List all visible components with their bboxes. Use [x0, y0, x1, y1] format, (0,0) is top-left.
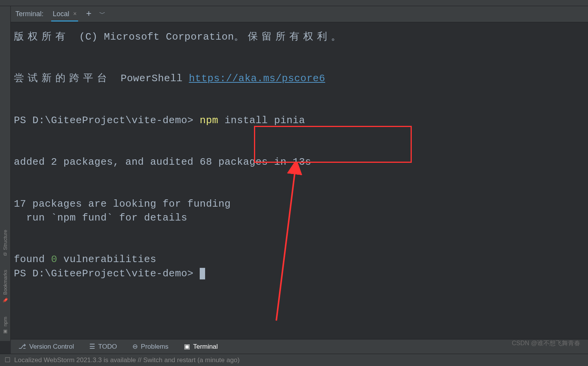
- terminal-body[interactable]: 版权所有 (C) Microsoft Corporation。保留所有权利。 尝…: [11, 22, 588, 288]
- tab-local-label: Local: [53, 10, 69, 18]
- bottom-vcs[interactable]: ⎇ Version Control: [18, 343, 74, 351]
- terminal-line: added 2 packages, and audited 68 package…: [14, 155, 585, 169]
- sidebar-structure-label: Structure: [2, 230, 8, 250]
- top-bar: [0, 0, 588, 6]
- bottom-problems[interactable]: ⊖ Problems: [132, 343, 169, 351]
- structure-icon: ⧉: [3, 251, 7, 257]
- branch-icon: ⎇: [18, 343, 26, 351]
- status-bar: ☐ Localized WebStorm 2021.3.3 is availab…: [0, 354, 588, 366]
- terminal-panel-label: Terminal:: [15, 10, 43, 18]
- terminal-line: 尝试新的跨平台 PowerShell https://aka.ms/pscore…: [14, 72, 585, 85]
- bookmark-icon: 🔖: [2, 297, 8, 302]
- watermark: CSDN @谁不想飞舞青春: [512, 339, 580, 348]
- close-icon[interactable]: ×: [73, 10, 77, 17]
- sidebar-bookmarks-label: Bookmarks: [2, 270, 8, 295]
- terminal-tabs-row: Terminal: Local × + ﹀: [11, 6, 588, 22]
- sidebar: ⧉ Structure 🔖 Bookmarks ▣ npm: [0, 6, 11, 341]
- status-checkbox-icon[interactable]: ☐: [5, 356, 10, 364]
- main-area: Terminal: Local × + ﹀ 版权所有 (C) Microsoft…: [11, 6, 588, 341]
- cursor: [200, 268, 205, 279]
- terminal-line: 版权所有 (C) Microsoft Corporation。保留所有权利。: [14, 30, 585, 44]
- pscore6-link[interactable]: https://aka.ms/pscore6: [189, 73, 325, 84]
- bottom-terminal[interactable]: ▣ Terminal: [184, 343, 218, 351]
- sidebar-item-npm[interactable]: ▣ npm: [2, 314, 9, 337]
- terminal-line: found 0 vulnerabilities: [14, 252, 585, 266]
- add-tab-icon[interactable]: +: [86, 9, 91, 19]
- sidebar-item-bookmarks[interactable]: 🔖 Bookmarks: [2, 267, 9, 306]
- todo-icon: ☰: [89, 343, 95, 351]
- sidebar-npm-label: npm: [2, 317, 8, 326]
- chevron-down-icon[interactable]: ﹀: [99, 10, 105, 18]
- npm-icon: ▣: [3, 329, 8, 334]
- status-text[interactable]: Localized WebStorm 2021.3.3 is available…: [14, 356, 240, 364]
- terminal-line: 17 packages are looking for funding: [14, 197, 585, 211]
- terminal-line: run `npm fund` for details: [14, 211, 585, 225]
- terminal-icon: ▣: [184, 343, 190, 351]
- bottom-panel: ⎇ Version Control ☰ TODO ⊖ Problems ▣ Te…: [11, 339, 588, 354]
- terminal-line: PS D:\GiteeProject\vite-demo>: [14, 267, 585, 281]
- tab-local[interactable]: Local ×: [51, 7, 78, 22]
- terminal-line: PS D:\GiteeProject\vite-demo> npm instal…: [14, 114, 585, 127]
- sidebar-item-structure[interactable]: ⧉ Structure: [2, 227, 9, 259]
- problems-icon: ⊖: [132, 343, 138, 351]
- bottom-todo[interactable]: ☰ TODO: [89, 343, 117, 351]
